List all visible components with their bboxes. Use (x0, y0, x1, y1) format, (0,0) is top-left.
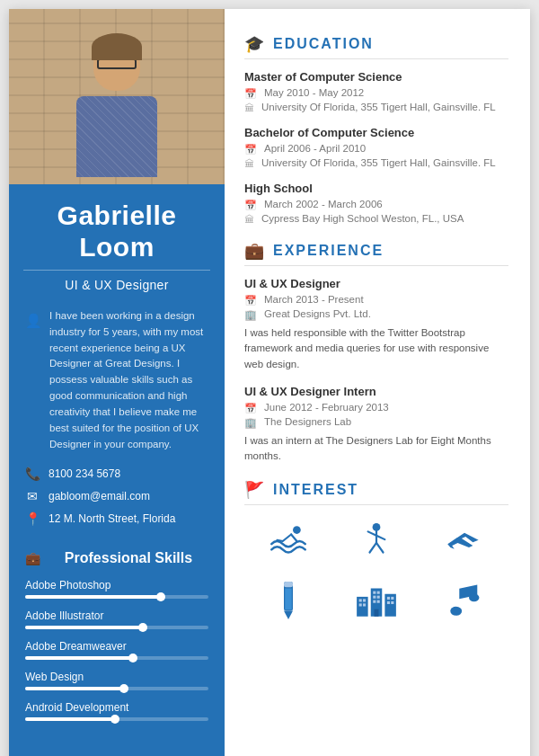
svg-rect-14 (359, 599, 362, 601)
interest-title: Interest (273, 482, 358, 498)
svg-rect-11 (357, 597, 368, 617)
interest-icons-grid (244, 516, 508, 624)
interest-travel (420, 516, 508, 565)
skill-item: Adobe Illustrator (25, 609, 208, 629)
skill-item: Web Design (25, 671, 208, 690)
svg-rect-26 (387, 601, 390, 604)
education-entry: Master of Computer Science 📅 May 2010 - … (244, 70, 508, 113)
interest-dancing (332, 516, 420, 565)
interest-drawing (244, 574, 332, 624)
music-icon (442, 577, 487, 622)
education-header: 🎓 EDUCATION (244, 34, 508, 59)
interest-music (420, 574, 508, 624)
contact-section: 📞 8100 234 5678 ✉ gabloom@email.com 📍 12… (9, 461, 225, 539)
experience-header: 💼 EXPERIENCE (244, 241, 508, 266)
edu-degree: Bachelor of Computer Science (244, 126, 508, 139)
calendar-icon: 📅 (244, 144, 257, 156)
interest-header: 🚩 Interest (244, 480, 508, 505)
svg-line-3 (368, 531, 376, 535)
city-icon (354, 577, 399, 622)
phone-item: 📞 8100 234 5678 (25, 467, 208, 481)
travel-icon (442, 519, 487, 564)
education-section: 🎓 EDUCATION Master of Computer Science 📅… (244, 34, 508, 225)
drawing-icon (266, 577, 311, 622)
exp-description: I was an intern at The Designers Lab for… (244, 433, 508, 465)
interest-icon: 🚩 (244, 480, 264, 500)
skill-bar-fill (25, 717, 117, 721)
skill-name: Adobe Illustrator (25, 609, 208, 622)
exp-date: 📅 March 2013 - Present (244, 294, 508, 307)
exp-title: UI & UX Designer (244, 277, 508, 290)
skill-bar-bg (25, 626, 208, 629)
svg-line-5 (370, 543, 377, 553)
svg-rect-19 (377, 591, 380, 593)
education-icon: 🎓 (244, 34, 264, 54)
svg-point-0 (293, 526, 301, 534)
svg-point-30 (469, 593, 479, 601)
experience-section: 💼 EXPERIENCE UI & UX Designer 📅 March 20… (244, 241, 508, 464)
edu-degree: Master of Computer Science (244, 70, 508, 84)
company-icon: 🏢 (244, 309, 257, 321)
svg-rect-21 (377, 595, 380, 598)
skills-icon: 💼 (25, 551, 40, 565)
svg-rect-13 (384, 594, 396, 617)
svg-rect-16 (359, 603, 362, 606)
skill-bar-bg (25, 687, 208, 690)
address-text: 12 M. North Street, Florida (49, 512, 175, 525)
svg-rect-9 (284, 582, 293, 587)
calendar-icon: 📅 (244, 200, 257, 211)
phone-number: 8100 234 5678 (49, 467, 120, 480)
svg-rect-18 (373, 591, 376, 593)
skill-bar-bg (25, 656, 208, 660)
svg-rect-17 (363, 603, 366, 606)
institution-icon: 🏛 (244, 214, 254, 225)
company-icon: 🏢 (244, 417, 257, 429)
bio-section: 👤 I have been working in a design indust… (9, 299, 225, 461)
bio-text: I have been working in a design industry… (49, 308, 208, 452)
skill-bar-fill (25, 595, 163, 599)
svg-rect-25 (391, 597, 393, 600)
calendar-icon: 📅 (244, 403, 257, 414)
skills-header: 💼 Professional Skills (25, 550, 208, 566)
bio-icon: 👤 (25, 310, 42, 331)
person-head (93, 40, 140, 91)
institution-icon: 🏛 (244, 158, 254, 169)
interest-section: 🚩 Interest (244, 480, 508, 624)
svg-rect-23 (377, 600, 380, 602)
interest-swimming (244, 516, 332, 565)
exp-title: UI & UX Designer Intern (244, 385, 508, 398)
exp-description: I was held responsible with the Twitter … (244, 325, 508, 372)
svg-rect-15 (363, 599, 366, 601)
calendar-icon: 📅 (244, 88, 257, 100)
calendar-icon: 📅 (244, 295, 257, 307)
skill-item: Adobe Dreamweaver (25, 640, 208, 660)
skill-name: Android Development (25, 701, 208, 714)
name-area: Gabrielle Loom UI & UX Designer (9, 184, 225, 299)
edu-date: 📅 April 2006 - April 2010 (244, 143, 508, 156)
edu-degree: High School (244, 182, 508, 195)
swimming-icon (266, 519, 311, 564)
resume-container: Gabrielle Loom UI & UX Designer 👤 I have… (9, 9, 530, 756)
svg-rect-20 (373, 595, 376, 598)
exp-company: 🏢 Great Designs Pvt. Ltd. (244, 308, 508, 321)
experience-list: UI & UX Designer 📅 March 2013 - Present … (244, 277, 508, 464)
education-title: EDUCATION (273, 36, 374, 52)
address-item: 📍 12 M. North Street, Florida (25, 511, 208, 526)
svg-line-4 (376, 536, 384, 539)
dancing-icon (354, 519, 399, 564)
sidebar: Gabrielle Loom UI & UX Designer 👤 I have… (9, 9, 225, 756)
main-content: 🎓 EDUCATION Master of Computer Science 📅… (225, 9, 530, 756)
experience-icon: 💼 (244, 241, 264, 261)
svg-rect-22 (373, 600, 376, 602)
skill-name: Adobe Photoshop (25, 579, 208, 591)
education-entry: High School 📅 March 2002 - March 2006 🏛 … (244, 182, 508, 225)
experience-entry: UI & UX Designer Intern 📅 June 2012 - Fe… (244, 385, 508, 465)
svg-point-1 (373, 523, 381, 531)
edu-institution: 🏛 University Of Florida, 355 Tigert Hall… (244, 157, 508, 169)
skill-bar-bg (25, 595, 208, 599)
exp-company: 🏢 The Designers Lab (244, 416, 508, 429)
skills-list: Adobe Photoshop Adobe Illustrator Adobe … (25, 579, 208, 721)
skill-name: Adobe Dreamweaver (25, 640, 208, 653)
edu-institution: 🏛 Cypress Bay High School Weston, FL., U… (244, 213, 508, 225)
email-address: gabloom@email.com (49, 490, 150, 503)
